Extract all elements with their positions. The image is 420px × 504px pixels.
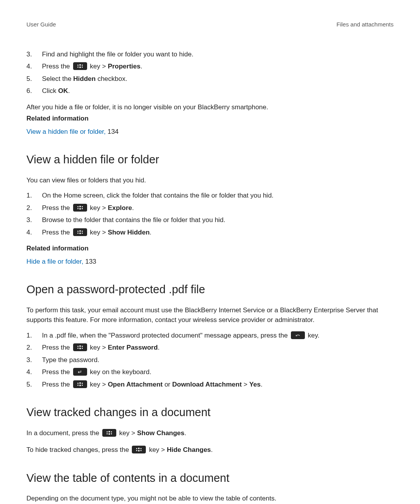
step-bold: Show Changes (137, 429, 184, 437)
step-text: Select the (42, 75, 73, 82)
hide-steps-list: Find and highlight the file or folder yo… (26, 49, 394, 96)
step-text: key > (90, 344, 108, 351)
menu-key-icon (73, 204, 87, 212)
step-text: . (184, 429, 186, 437)
header-right: Files and attachments (336, 20, 394, 29)
open-pdf-intro: To perform this task, your email account… (26, 305, 394, 325)
hide-file-link[interactable]: Hide a file or folder, (26, 258, 85, 265)
step-text: . (140, 63, 142, 70)
step-text: key > (90, 204, 108, 212)
step-bold: Hide Changes (167, 446, 211, 453)
hide-after-note: After you hide a file or folder, it is n… (26, 102, 394, 112)
step-text: Click (42, 87, 58, 94)
step-text: Press the (42, 344, 72, 351)
step-text: Press the (42, 368, 72, 376)
view-hidden-link[interactable]: View a hidden file or folder, (26, 128, 108, 135)
link-page-ref: 134 (108, 128, 119, 135)
enter-key-icon: ↵ (73, 368, 87, 376)
step-text: checkbox. (96, 75, 127, 82)
list-item: Press the ↵ key on the keyboard. (26, 367, 394, 377)
menu-key-icon (102, 429, 116, 437)
step-text: . (132, 204, 134, 212)
list-item: On the Home screen, click the folder tha… (26, 191, 394, 201)
step-text: key on the keyboard. (90, 368, 151, 376)
step-bold: Show Hidden (108, 229, 150, 236)
open-pdf-steps: In a .pdf file, when the "Password prote… (26, 331, 394, 390)
header-left: User Guide (26, 20, 56, 29)
tracked-line-2: To hide tracked changes, press the key >… (26, 445, 394, 455)
step-text: key > (90, 381, 108, 388)
step-text: Press the (42, 204, 72, 212)
list-item: In a .pdf file, when the "Password prote… (26, 331, 394, 341)
page-header: User Guide Files and attachments (26, 20, 394, 29)
list-item: Browse to the folder that contains the f… (26, 215, 394, 225)
step-text: key. (308, 332, 319, 339)
related-link-line: Hide a file or folder, 133 (26, 257, 394, 267)
list-item: Press the key > Properties. (26, 61, 394, 72)
list-item: Press the key > Open Attachment or Downl… (26, 380, 394, 390)
step-text: . (211, 446, 213, 453)
step-text: key > (90, 63, 108, 70)
list-item: Select the Hidden checkbox. (26, 74, 394, 84)
step-bold: Open Attachment (108, 381, 163, 388)
step-bold: OK (58, 87, 68, 94)
related-info-label: Related information (26, 243, 394, 254)
escape-key-icon: ⤺ (291, 331, 305, 339)
section-title-tracked: View tracked changes in a document (26, 404, 394, 421)
step-text: To hide tracked changes, press the (26, 446, 131, 453)
link-page-ref: 133 (85, 258, 96, 265)
step-text: In a .pdf file, when the "Password prote… (42, 332, 290, 339)
list-item: Press the key > Enter Password. (26, 343, 394, 353)
section-title-open-pdf: Open a password-protected .pdf file (26, 281, 394, 298)
view-hidden-steps: On the Home screen, click the folder tha… (26, 191, 394, 237)
step-bold: Properties (108, 63, 140, 70)
tracked-line-1: In a document, press the key > Show Chan… (26, 428, 394, 438)
related-info-label: Related information (26, 114, 394, 124)
list-item: Find and highlight the file or folder yo… (26, 49, 394, 60)
menu-key-icon (73, 343, 87, 351)
list-item: Type the password. (26, 355, 394, 365)
step-text: . (150, 229, 152, 236)
section-title-toc: View the table of contents in a document (26, 470, 394, 487)
step-text: . (261, 381, 262, 388)
step-text: > (242, 381, 249, 388)
toc-intro: Depending on the document type, you migh… (26, 494, 394, 504)
section-title-view-hidden: View a hidden file or folder (26, 151, 394, 168)
menu-key-icon (73, 62, 87, 70)
menu-key-icon (73, 380, 87, 388)
menu-key-icon (73, 228, 87, 236)
step-bold: Download Attachment (172, 381, 242, 388)
step-text: or (163, 381, 172, 388)
step-bold: Yes (249, 381, 261, 388)
related-link-line: View a hidden file or folder, 134 (26, 127, 394, 137)
step-text: . (158, 344, 160, 351)
step-bold: Hidden (73, 75, 96, 82)
step-text: In a document, press the (26, 429, 101, 437)
step-text: key > (90, 229, 108, 236)
step-bold: Explore (108, 204, 132, 212)
step-text: key > (149, 446, 167, 453)
step-text: Press the (42, 381, 72, 388)
step-text: key > (119, 429, 137, 437)
menu-key-icon (132, 446, 146, 453)
view-hidden-intro: You can view files or folders that you h… (26, 175, 394, 186)
list-item: Press the key > Show Hidden. (26, 228, 394, 238)
step-bold: Enter Password (108, 344, 158, 351)
step-text: Press the (42, 63, 72, 70)
step-text: Press the (42, 229, 72, 236)
list-item: Click OK. (26, 86, 394, 96)
list-item: Press the key > Explore. (26, 203, 394, 213)
step-text: . (68, 87, 70, 94)
